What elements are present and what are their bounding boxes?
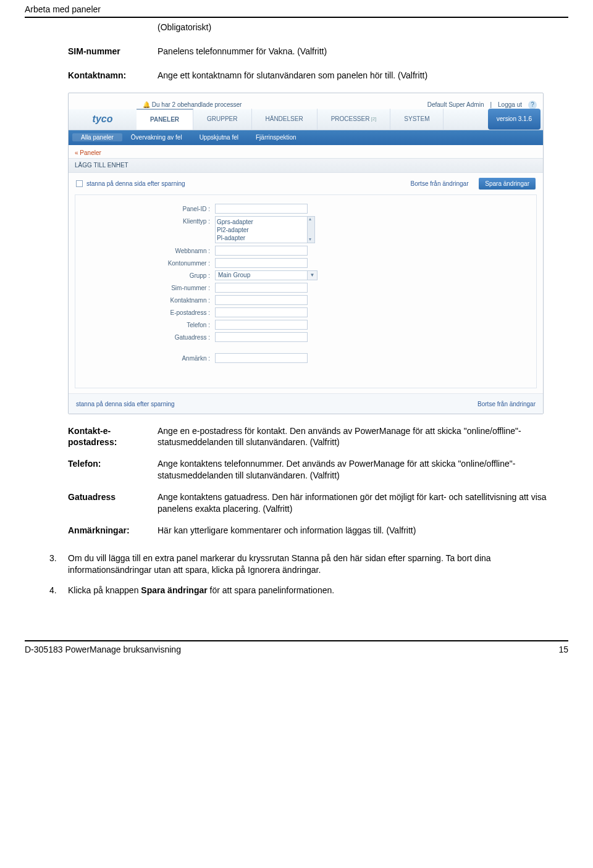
def-label: Gatuadress xyxy=(68,491,158,525)
lbl-kontonummer: Kontonummer : xyxy=(85,258,215,268)
def-value: (Obligatoriskt) xyxy=(158,22,427,43)
input-kontonummer[interactable] xyxy=(215,258,308,268)
stay-label: stanna på denna sida efter sparning xyxy=(86,180,185,188)
lbl-telefon: Telefon : xyxy=(85,320,215,330)
subnav-overvakning[interactable]: Övervakning av fel xyxy=(122,133,191,142)
help-icon[interactable]: ? xyxy=(528,101,537,109)
input-telefon[interactable] xyxy=(215,320,308,330)
save-button[interactable]: Spara ändringar xyxy=(479,178,536,190)
lbl-sim: Sim-nummer : xyxy=(85,283,215,293)
tab-paneler[interactable]: PANELER xyxy=(137,109,193,130)
notification-banner[interactable]: 🔔 Du har 2 obehandlade processer xyxy=(143,101,242,109)
tab-grupper[interactable]: GRUPPER xyxy=(193,109,251,130)
lbl-grupp: Grupp : xyxy=(85,270,215,280)
footer-discard-link[interactable]: Bortse från ändringar xyxy=(477,400,536,409)
definitions-outro: Kontakt-e-postadress: Ange en e-postadre… xyxy=(68,425,568,546)
chevron-down-icon[interactable]: ▼ xyxy=(308,270,318,280)
breadcrumb[interactable]: « Paneler xyxy=(69,145,543,159)
input-kontaktnamn[interactable] xyxy=(215,295,308,305)
definitions-intro: (Obligatoriskt) SIM-nummer Panelens tele… xyxy=(68,22,427,91)
select-grupp[interactable]: Main Group xyxy=(215,270,308,280)
def-value: Ange en e-postadress för kontakt. Den an… xyxy=(158,425,568,459)
stay-checkbox[interactable] xyxy=(76,180,83,187)
scrollbar-icon[interactable] xyxy=(308,216,315,243)
lbl-klienttyp: Klienttyp : xyxy=(85,216,215,226)
lbl-webbnamn: Webbnamn : xyxy=(85,246,215,256)
footer-page-number: 15 xyxy=(558,644,568,656)
def-label: Kontaktnamn: xyxy=(68,67,158,91)
step-3: Om du vill lägga till en extra panel mar… xyxy=(49,553,568,577)
page-header: Arbeta med paneler xyxy=(25,4,568,18)
lbl-kontaktnamn: Kontaktnamn : xyxy=(85,295,215,305)
def-label xyxy=(68,22,158,43)
input-sim[interactable] xyxy=(215,283,308,293)
discard-link[interactable]: Bortse från ändringar xyxy=(411,180,469,187)
main-tabs: PANELER GRUPPER HÄNDELSER PROCESSER[2] S… xyxy=(137,109,488,130)
current-user: Default Super Admin xyxy=(427,101,484,109)
subnav-uppskjutna[interactable]: Uppskjutna fel xyxy=(191,133,247,142)
page-footer: D-305183 PowerManage bruksanvisning 15 xyxy=(25,640,568,656)
subnav-alla-paneler[interactable]: Alla paneler xyxy=(72,133,122,142)
def-value: Här kan ytterligare kommentarer och info… xyxy=(158,525,568,546)
lbl-epost: E-postadress : xyxy=(85,307,215,317)
lbl-gatuadress: Gatuadress : xyxy=(85,332,215,342)
brand-logo: tyco xyxy=(69,112,137,126)
def-label: Anmärkningar: xyxy=(68,525,158,546)
input-webbnamn[interactable] xyxy=(215,246,308,256)
form-box: Panel-ID : Klienttyp : Gprs-adapter Pl2-… xyxy=(75,194,537,388)
subnav-fjarrinspektion[interactable]: Fjärrinspektion xyxy=(247,133,305,142)
section-title: LÄGG TILL ENHET xyxy=(69,158,543,173)
lbl-anmarkn: Anmärkn : xyxy=(85,353,215,363)
tab-system[interactable]: SYSTEM xyxy=(390,109,444,130)
tab-handelser[interactable]: HÄNDELSER xyxy=(252,109,318,130)
def-label: Kontakt-e-postadress: xyxy=(68,425,158,459)
numbered-steps: Om du vill lägga till en extra panel mar… xyxy=(49,553,568,597)
footer-stay-label[interactable]: stanna på denna sida efter sparning xyxy=(76,400,175,409)
def-value: Ange ett kontaktnamn för slutanvändaren … xyxy=(158,67,427,91)
sub-nav: Alla paneler Övervakning av fel Uppskjut… xyxy=(69,130,543,145)
tab-processer[interactable]: PROCESSER[2] xyxy=(318,109,391,130)
lbl-panel-id: Panel-ID : xyxy=(85,204,215,214)
app-screenshot: 🔔 Du har 2 obehandlade processer Default… xyxy=(68,93,544,414)
def-value: Ange kontaktens telefonnummer. Det använ… xyxy=(158,458,568,491)
footer-doc-title: D-305183 PowerManage bruksanvisning xyxy=(25,644,181,656)
input-gatuadress[interactable] xyxy=(215,332,308,342)
logout-link[interactable]: Logga ut xyxy=(498,101,522,109)
step-4: Klicka på knappen Spara ändringar för at… xyxy=(49,585,568,596)
select-klienttyp[interactable]: Gprs-adapter Pl2-adapter Pl-adapter xyxy=(215,216,308,243)
input-panel-id[interactable] xyxy=(215,204,308,214)
input-anmarkn[interactable] xyxy=(215,353,308,363)
def-label: Telefon: xyxy=(68,458,158,491)
def-label: SIM-nummer xyxy=(68,43,158,67)
version-badge: version 3.1.6 xyxy=(488,109,540,130)
input-epost[interactable] xyxy=(215,307,308,317)
def-value: Panelens telefonnummer för Vakna. (Valfr… xyxy=(158,43,427,67)
def-value: Ange kontaktens gatuadress. Den här info… xyxy=(158,491,568,525)
